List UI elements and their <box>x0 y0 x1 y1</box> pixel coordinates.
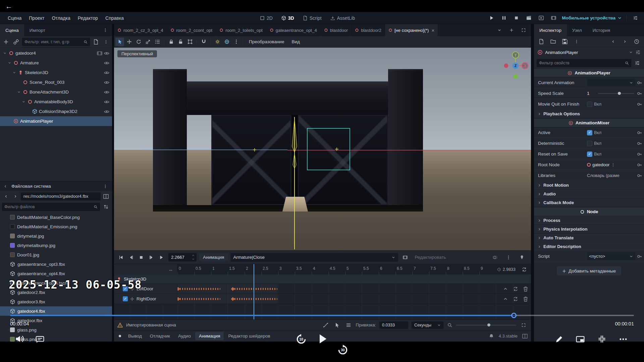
keyframes-segment[interactable] <box>232 298 277 300</box>
movie-maker-button[interactable] <box>525 14 533 22</box>
anim-play-button[interactable] <box>157 253 166 262</box>
key-property-icon[interactable] <box>637 91 642 96</box>
onion-skinning-button[interactable] <box>491 253 499 262</box>
scene-tab[interactable]: [не сохранено](*)× <box>385 24 438 36</box>
scene-tab[interactable]: blastdoor <box>321 24 352 36</box>
property-dropdown[interactable] <box>587 79 635 86</box>
exit-fullscreen-icon[interactable] <box>598 335 606 343</box>
keyframes-segment[interactable] <box>232 288 277 290</box>
picture-in-picture-icon[interactable] <box>576 335 585 344</box>
pause-button[interactable] <box>500 14 508 22</box>
key-property-icon[interactable] <box>637 162 642 168</box>
scene-tab[interactable]: gateaentrance_opt_4 <box>266 24 321 36</box>
filter-options-icon[interactable] <box>633 59 641 67</box>
visibility-eye-icon[interactable] <box>104 99 109 105</box>
more-options-icon[interactable] <box>619 335 628 344</box>
visibility-eye-icon[interactable] <box>104 109 109 114</box>
forward-30-button[interactable]: 30 <box>337 345 348 355</box>
filesystem-options-icon[interactable] <box>101 182 109 190</box>
preview-environment-toggle[interactable] <box>222 38 231 46</box>
pan-timeline-icon[interactable]: ↔ <box>168 267 173 272</box>
notifications-bell-icon[interactable] <box>489 334 494 339</box>
dock-collapse-icon[interactable] <box>1 182 9 190</box>
snap-value-input[interactable]: 0.0333 <box>379 321 408 329</box>
extra-options-icon[interactable] <box>635 50 641 55</box>
scene-tree-options-icon[interactable] <box>102 38 110 46</box>
collapse-arrow[interactable] <box>12 71 16 74</box>
property-filter-input[interactable]: Фильтр свойств <box>537 59 631 67</box>
file-DefaultMaterial_Emission.png[interactable]: DefaultMaterial_Emission.png <box>0 222 112 231</box>
file-dirtymetalbump.jpg[interactable]: dirtymetalbump.jpg <box>0 241 112 250</box>
scene-tab[interactable]: blastdoor2 <box>352 24 385 36</box>
rewind-10-button[interactable]: 10 <box>296 334 307 345</box>
back-button[interactable]: ← <box>5 3 12 10</box>
play-scene-button[interactable] <box>537 14 545 22</box>
menu-editor[interactable]: Редактор <box>74 14 102 22</box>
history-forward-icon[interactable] <box>621 38 629 46</box>
scene-tab[interactable]: room_2_cz_3_opt_4 <box>114 24 167 36</box>
resource-options-icon[interactable] <box>573 38 581 46</box>
bottom-panel-Редактор шейдеров[interactable]: Редактор шейдеров <box>224 332 274 340</box>
menu-debug[interactable]: Отладка <box>48 14 74 22</box>
key-property-icon[interactable] <box>637 80 642 85</box>
property-value[interactable]: Вкл <box>587 102 635 107</box>
property-value[interactable]: ✓Вкл <box>587 152 635 157</box>
collapse-arrow[interactable] <box>7 61 12 65</box>
property-dropdown[interactable]: <пусто> <box>587 252 635 260</box>
tree-node-boneattachment3d[interactable]: BoneAttachment3D <box>0 87 112 97</box>
timeline-zoom-slider[interactable] <box>456 321 516 329</box>
key-property-icon[interactable] <box>637 102 642 107</box>
animation-clip-select[interactable]: Armature|Close <box>230 253 398 262</box>
editor-settings-icon[interactable] <box>631 14 639 22</box>
edit-history-icon[interactable] <box>633 38 641 46</box>
sort-files-icon[interactable] <box>102 203 110 211</box>
workspace-3d[interactable]: 3D <box>277 14 298 22</box>
property-value[interactable]: gatedoor <box>587 162 635 167</box>
file-gateaentrance_opt4.fbx[interactable]: gateaentrance_opt4.fbx <box>0 269 112 278</box>
keyframes-segment[interactable] <box>177 298 220 300</box>
property-group-Audio[interactable]: Audio <box>534 190 644 198</box>
property-value[interactable] <box>587 79 635 86</box>
snap-toggle-button[interactable] <box>199 38 208 46</box>
selection-mode-icon[interactable] <box>333 321 341 329</box>
save-resource-button[interactable] <box>561 38 569 46</box>
view-mode-label[interactable]: Перспективный <box>117 50 157 57</box>
key-property-icon[interactable] <box>637 130 642 135</box>
visibility-eye-icon[interactable] <box>104 80 109 85</box>
instance-scene-button[interactable] <box>12 38 20 46</box>
tab-list-icon[interactable] <box>495 26 503 34</box>
tree-node-gatedoor4[interactable]: gatedoor4 <box>0 48 112 58</box>
track-enabled-checkbox[interactable]: ✓ <box>123 296 128 301</box>
video-progress-bar[interactable] <box>10 315 634 316</box>
tree-node-scene_root_003[interactable]: Scene_Root_003 <box>0 77 112 87</box>
workspace-script[interactable]: Script <box>299 14 326 22</box>
property-group-Process[interactable]: Process <box>534 216 644 225</box>
file-Door01.jpg[interactable]: Door01.jpg <box>0 250 112 259</box>
lock-node-button[interactable] <box>167 38 175 46</box>
anim-track-leftdoor[interactable]: ✓ LeftDoor <box>114 284 531 294</box>
group-nodes-button[interactable] <box>185 38 194 46</box>
visibility-eye-icon[interactable] <box>104 70 109 75</box>
play-custom-scene-button[interactable] <box>549 14 557 22</box>
tab-inspector[interactable]: Инспектор <box>534 24 567 36</box>
volume-icon[interactable] <box>15 334 24 344</box>
slider-handle[interactable] <box>618 92 621 95</box>
property-checkbox[interactable] <box>587 102 592 107</box>
dock-options-icon[interactable] <box>101 26 109 34</box>
tree-node-armature[interactable]: Armature <box>0 58 112 68</box>
distraction-free-icon[interactable] <box>520 26 528 34</box>
run-target-dropdown[interactable]: Мобильные устройства <box>562 15 622 20</box>
file-filter-input[interactable]: Фильтр файлов <box>2 203 100 211</box>
rotate-tool-button[interactable] <box>134 38 143 46</box>
property-checkbox[interactable]: ✓ <box>587 130 592 135</box>
attach-script-button[interactable] <box>92 38 100 46</box>
viewport-3d[interactable]: Перспективный Y X Z <box>114 48 531 250</box>
subtitles-icon[interactable] <box>36 335 44 344</box>
visibility-eye-icon[interactable] <box>104 89 109 95</box>
property-group-Physics Interpolation[interactable]: Physics Interpolation <box>534 225 644 234</box>
playhead[interactable] <box>254 264 254 275</box>
track-delete-icon[interactable] <box>523 286 528 292</box>
anim-step-back-button[interactable] <box>127 253 136 262</box>
property-checkbox[interactable]: ✓ <box>587 152 592 157</box>
anim-options-icon[interactable] <box>504 253 513 262</box>
